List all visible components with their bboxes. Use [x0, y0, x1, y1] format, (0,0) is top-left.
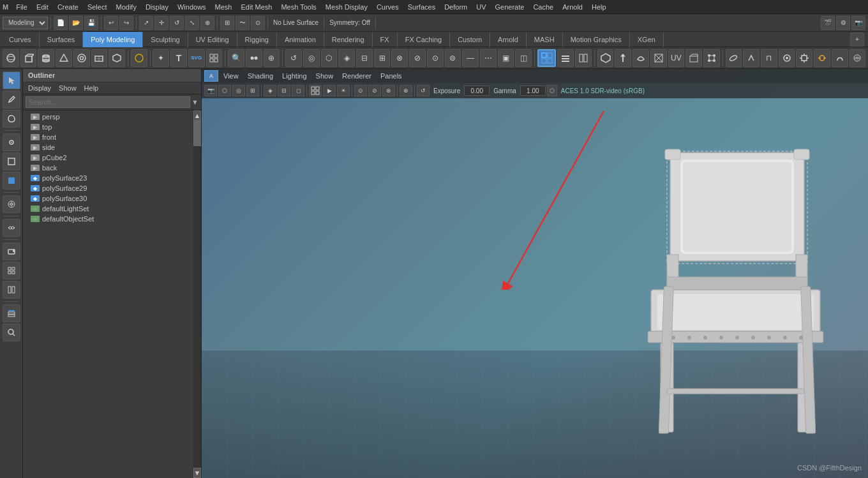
- tab-rendering[interactable]: Rendering: [324, 32, 373, 47]
- text-tool[interactable]: T: [170, 49, 187, 67]
- viewport-active-indicator[interactable]: A: [204, 70, 218, 82]
- menu-curves[interactable]: Curves: [373, 2, 403, 12]
- channel-box-toggle[interactable]: [3, 281, 20, 299]
- scroll-thumb[interactable]: [193, 121, 201, 146]
- tab-fx[interactable]: FX: [373, 32, 398, 47]
- menu-create[interactable]: Create: [54, 2, 82, 12]
- paint-tool[interactable]: [3, 91, 20, 108]
- wireframe-btn[interactable]: [650, 49, 667, 67]
- channel-box-btn[interactable]: [575, 49, 592, 67]
- snap-curve-btn[interactable]: 〜: [236, 16, 250, 30]
- sphere-tool[interactable]: [3, 49, 19, 67]
- poly-count-btn[interactable]: [597, 49, 614, 67]
- insert-edge-tool[interactable]: ⊘: [409, 49, 426, 67]
- multi-component-tool[interactable]: ⊕: [264, 49, 280, 67]
- tab-motion-graphics[interactable]: Motion Graphics: [563, 32, 630, 47]
- deformer-4-btn[interactable]: [779, 49, 795, 67]
- tab-poly-modeling[interactable]: Poly Modeling: [83, 32, 143, 47]
- tab-mash[interactable]: MASH: [527, 32, 563, 47]
- menu-help[interactable]: Help: [588, 2, 610, 12]
- torus-tool[interactable]: [73, 49, 90, 67]
- cylinder-tool[interactable]: [38, 49, 54, 67]
- outliner-scrollbar[interactable]: ▲ ▼: [193, 110, 201, 478]
- outliner-item-side[interactable]: ▶ side: [23, 142, 193, 153]
- lattice-btn[interactable]: [703, 49, 720, 67]
- vp-render-icon[interactable]: ▶: [323, 85, 336, 96]
- select-tool[interactable]: [3, 71, 20, 89]
- scale-tool-btn[interactable]: ⤡: [185, 16, 199, 30]
- tab-fx-caching[interactable]: FX Caching: [398, 32, 450, 47]
- bevel-tool[interactable]: ◈: [338, 49, 355, 67]
- disk-tool[interactable]: [108, 49, 125, 67]
- open-scene-btn[interactable]: 📂: [69, 16, 83, 30]
- plane-tool[interactable]: [91, 49, 108, 67]
- universal-tool-btn[interactable]: ⊕: [200, 16, 214, 30]
- rotate-tool-btn[interactable]: ↺: [170, 16, 184, 30]
- add-workspace-btn[interactable]: +: [850, 33, 864, 47]
- shape-poly-tool[interactable]: ◎: [303, 49, 320, 67]
- outliner-item-polysurface23[interactable]: ◆ polySurface23: [23, 173, 193, 183]
- skin-btn[interactable]: [832, 49, 848, 67]
- vp-refresh-icon[interactable]: ↺: [417, 85, 430, 96]
- vp-shading-icon[interactable]: ◈: [264, 85, 276, 96]
- menu-mesh[interactable]: Mesh: [211, 2, 236, 12]
- viewport-panels-menu[interactable]: Panels: [377, 71, 406, 81]
- transform-constraints[interactable]: [3, 219, 20, 237]
- duplicate-face-tool[interactable]: ◫: [515, 49, 532, 67]
- menu-uv[interactable]: UV: [472, 2, 490, 12]
- merge-tool[interactable]: ⊞: [374, 49, 391, 67]
- outliner-item-back[interactable]: ▶ back: [23, 163, 193, 173]
- outliner-search-input[interactable]: [26, 96, 190, 108]
- viewport[interactable]: A View Shading Lighting Show Renderer Pa…: [202, 69, 868, 478]
- select-tool-btn[interactable]: ↗: [139, 16, 153, 30]
- vp-gamma-input[interactable]: [520, 86, 546, 96]
- redo-btn[interactable]: ↪: [119, 16, 133, 30]
- outliner-item-defaultlightset[interactable]: ○ defaultLightSet: [23, 204, 193, 214]
- paint-weights-btn[interactable]: [849, 49, 866, 67]
- cone-tool[interactable]: [56, 49, 72, 67]
- menu-mesh-tools[interactable]: Mesh Tools: [277, 2, 320, 12]
- vp-more-icons[interactable]: ⊙: [354, 85, 367, 96]
- render-btn[interactable]: 🎬: [821, 16, 835, 30]
- rotate-poly-tool[interactable]: ↺: [285, 49, 302, 67]
- deformer-3-btn[interactable]: ⊓: [761, 49, 777, 67]
- split-tool[interactable]: ⊗: [391, 49, 408, 67]
- menu-surfaces[interactable]: Surfaces: [404, 2, 439, 12]
- offset-edge-tool[interactable]: ⊙: [427, 49, 444, 67]
- vp-persp-icon[interactable]: ⬡: [218, 85, 231, 96]
- menu-edit[interactable]: Edit: [33, 2, 52, 12]
- nurbs-sphere-tool[interactable]: [131, 49, 147, 67]
- menu-deform[interactable]: Deform: [440, 2, 471, 12]
- outliner-item-top[interactable]: ▶ top: [23, 122, 193, 132]
- tab-curves[interactable]: Curves: [1, 32, 40, 47]
- tab-animation[interactable]: Animation: [277, 32, 324, 47]
- search-tool[interactable]: [3, 324, 20, 341]
- outliner-item-front[interactable]: ▶ front: [23, 132, 193, 142]
- camera-btn[interactable]: 📷: [851, 16, 865, 30]
- vp-exposure-input[interactable]: [464, 86, 490, 96]
- outliner-help-menu[interactable]: Help: [82, 84, 101, 93]
- vp-isolate-icon[interactable]: ◎: [232, 85, 245, 96]
- extrude-tool[interactable]: ⬡: [321, 49, 338, 67]
- star-tool[interactable]: ✦: [153, 49, 169, 67]
- menu-generate[interactable]: Generate: [491, 2, 528, 12]
- face-tool[interactable]: [3, 172, 20, 190]
- viewport-view-menu[interactable]: View: [220, 71, 243, 81]
- smooth-btn[interactable]: [632, 49, 649, 67]
- undo-btn[interactable]: ↩: [104, 16, 118, 30]
- uv-btn[interactable]: UV: [668, 49, 685, 67]
- menu-arnold[interactable]: Arnold: [558, 2, 587, 12]
- menu-mesh-display[interactable]: Mesh Display: [322, 2, 371, 12]
- search-dropdown-btn[interactable]: ▼: [191, 98, 198, 106]
- slide-edge-tool[interactable]: ⊚: [445, 49, 461, 67]
- snap-point-btn[interactable]: ⊙: [251, 16, 265, 30]
- outliner-item-persp[interactable]: ▶ persp: [23, 112, 193, 122]
- snap-tool[interactable]: [3, 195, 20, 213]
- menu-select[interactable]: Select: [84, 2, 111, 12]
- save-scene-btn[interactable]: 💾: [84, 16, 98, 30]
- layer-panel[interactable]: [3, 304, 20, 322]
- vp-dof-icon[interactable]: ⊗: [382, 85, 395, 96]
- outliner-display-menu[interactable]: Display: [26, 84, 54, 93]
- menu-file[interactable]: File: [12, 2, 31, 12]
- workspace-selector[interactable]: Modeling: [3, 17, 48, 29]
